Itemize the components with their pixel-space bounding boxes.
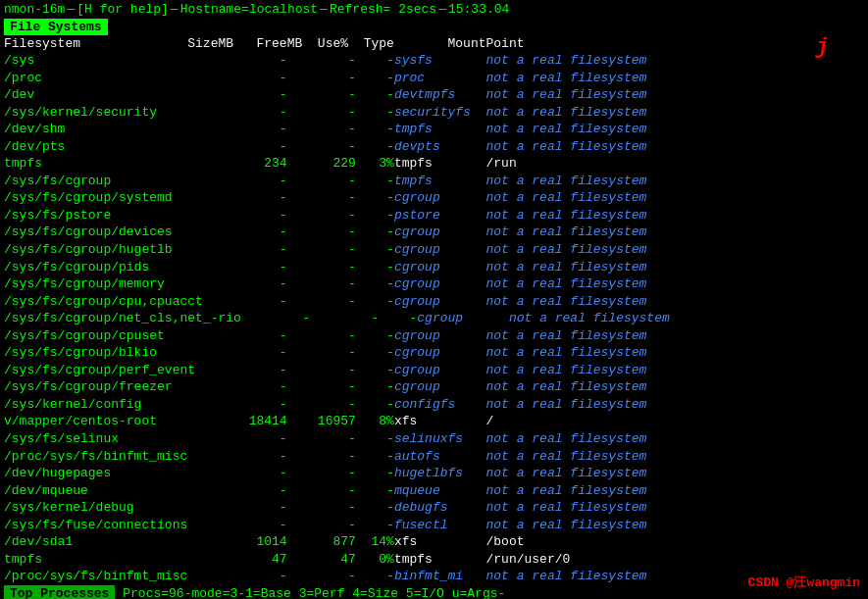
fs-type: securityfs [394, 105, 486, 120]
fs-use: - [356, 449, 394, 464]
fs-use: - [356, 483, 394, 498]
fs-name: /sys/fs/cgroup/hugetlb [4, 242, 218, 257]
fs-note: not a real filesystem [486, 483, 647, 498]
fs-free: - [287, 397, 356, 412]
fs-use: - [356, 190, 394, 205]
fs-type: cgroup [394, 363, 486, 377]
fs-type: cgroup [394, 242, 486, 257]
fs-type: xfs [394, 414, 486, 428]
fs-name: /sys/fs/cgroup/devices [4, 225, 218, 239]
fs-note: not a real filesystem [486, 71, 647, 85]
fs-size: - [218, 483, 286, 498]
fs-use: - [356, 294, 394, 309]
fs-use: 0% [356, 552, 394, 567]
fs-size: - [218, 569, 286, 583]
table-row: /proc/sys/fs/binfmt_misc - - -autofs not… [4, 448, 864, 466]
table-row: /sys/fs/cgroup/pids - - -cgroup not a re… [4, 259, 864, 276]
fs-size: 18414 [218, 414, 286, 428]
table-row: /sys/fs/cgroup/net_cls,net_-rio - - -cgr… [4, 310, 864, 327]
watermark: CSDN @汪wangmin [748, 574, 860, 591]
fs-type: debugfs [394, 500, 486, 515]
fs-type: proc [394, 71, 486, 85]
fs-use: - [356, 208, 394, 223]
fs-name: /sys/fs/fuse/connections [4, 518, 218, 532]
column-header: Filesystem SizeMB FreeMB Use% Type Mount… [4, 35, 864, 52]
fs-size: - [218, 397, 286, 412]
table-row: v/mapper/centos-root 18414 16957 8%xfs / [4, 413, 864, 430]
refresh: Refresh= 2secs [330, 2, 436, 17]
fs-note: not a real filesystem [486, 122, 647, 136]
fs-use: 8% [356, 414, 394, 428]
fs-note: not a real filesystem [509, 311, 670, 325]
fs-size: - [218, 431, 286, 446]
fs-name: /sys/fs/cgroup/memory [4, 276, 218, 291]
fs-name: /sys/fs/cgroup/blkio [4, 345, 218, 360]
fs-name: /sys/fs/cgroup/pids [4, 260, 218, 275]
table-row: /proc - - -proc not a real filesystem [4, 70, 864, 87]
fs-free: - [287, 431, 356, 446]
fs-name: /dev/shm [4, 122, 218, 136]
fs-name: v/mapper/centos-root [4, 414, 218, 428]
fs-note: / [486, 414, 494, 428]
fs-name: /dev/mqueue [4, 483, 218, 498]
fs-free: - [287, 328, 356, 343]
file-systems-menu[interactable]: File Systems [4, 19, 108, 35]
table-row: /sys - - -sysfs not a real filesystem [4, 52, 864, 70]
fs-free: - [287, 500, 356, 515]
fs-note: /run [486, 156, 517, 171]
fs-size: - [218, 174, 286, 188]
fs-size: - [218, 379, 286, 394]
fs-free: - [287, 569, 356, 583]
table-row: /sys/fs/cgroup/cpuset - - -cgroup not a … [4, 327, 864, 345]
fs-note: not a real filesystem [486, 397, 647, 412]
fs-size: 47 [218, 552, 286, 567]
fs-note: not a real filesystem [486, 466, 647, 480]
fs-note: not a real filesystem [486, 87, 647, 102]
fs-type: tmpfs [394, 552, 486, 567]
fs-size: - [218, 294, 286, 309]
fs-use: - [356, 53, 394, 68]
fs-use: - [356, 71, 394, 85]
fs-free: - [287, 225, 356, 239]
fs-type: sysfs [394, 53, 486, 68]
fs-size: - [218, 449, 286, 464]
fs-note: not a real filesystem [486, 363, 647, 377]
table-row: /sys/fs/cgroup/devices - - -cgroup not a… [4, 224, 864, 241]
filesystem-rows: /sys - - -sysfs not a real filesystem/pr… [4, 52, 864, 585]
fs-size: - [218, 139, 286, 154]
table-row: /sys/fs/cgroup/memory - - -cgroup not a … [4, 275, 864, 293]
fs-name: tmpfs [4, 552, 218, 567]
fs-size: 234 [218, 156, 286, 171]
fs-use: - [379, 311, 417, 325]
fs-name: /sys/fs/cgroup/cpuset [4, 328, 218, 343]
table-row: /proc/sys/fs/binfmt_misc - - -binfmt_mi … [4, 568, 864, 585]
fs-free: - [287, 242, 356, 257]
app-name: nmon-16m [4, 2, 65, 17]
time: 15:33.04 [448, 2, 509, 17]
fs-name: /sys/fs/cgroup/systemd [4, 190, 218, 205]
fs-type: mqueue [394, 483, 486, 498]
fs-type: devpts [394, 139, 486, 154]
fs-size: - [241, 311, 310, 325]
fs-note: not a real filesystem [486, 569, 647, 583]
table-row: /sys/fs/cgroup/systemd - - -cgroup not a… [4, 189, 864, 207]
fs-use: - [356, 87, 394, 102]
fs-size: - [218, 328, 286, 343]
fs-note: not a real filesystem [486, 449, 647, 464]
table-row: /sys/fs/fuse/connections - - -fusectl no… [4, 517, 864, 534]
fs-free: 877 [287, 534, 356, 549]
table-row: /sys/fs/cgroup - - -tmpfs not a real fil… [4, 173, 864, 190]
table-row: /dev/pts - - -devpts not a real filesyst… [4, 138, 864, 156]
fs-type: binfmt_mi [394, 569, 486, 583]
fs-note: not a real filesystem [486, 105, 647, 120]
fs-type: pstore [394, 208, 486, 223]
bottom-info: Procs=96-mode=3-1=Base 3=Perf 4=Size 5=I… [115, 586, 505, 599]
fs-note: not a real filesystem [486, 190, 647, 205]
top-processes-label[interactable]: Top Processes [4, 585, 115, 599]
fs-type: cgroup [394, 225, 486, 239]
hostname: Hostname=localhost [180, 2, 318, 17]
fs-name: /sys/fs/selinux [4, 431, 218, 446]
fs-type: tmpfs [394, 156, 486, 171]
fs-size: - [218, 122, 286, 136]
fs-free: - [287, 345, 356, 360]
